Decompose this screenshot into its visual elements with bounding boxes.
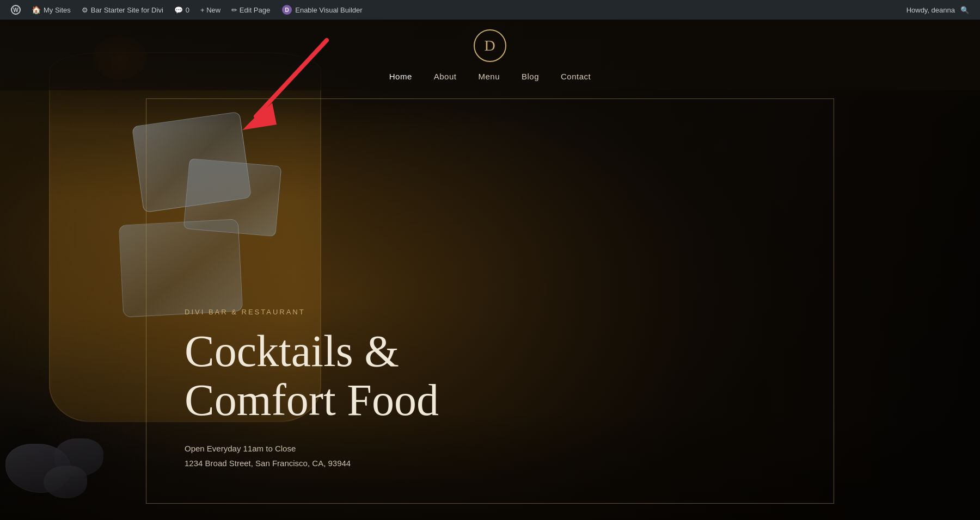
site-name-icon: ⚙ [82,6,88,14]
edit-page-label: ✏ Edit Page [231,6,270,14]
nav-contact[interactable]: Contact [561,72,591,81]
hero-content-box: DIVI BAR & RESTAURANT Cocktails & Comfor… [146,98,834,504]
nav-links: Home About Menu Blog Contact [389,72,591,81]
new-label: + New [200,6,220,14]
site-name-label: Bar Starter Site for Divi [91,6,163,14]
search-icon[interactable]: 🔍 [960,6,969,14]
hero-hours: Open Everyday 11am to Close [185,441,439,456]
nav-home[interactable]: Home [389,72,412,81]
howdy-label: Howdy, deanna [906,6,955,14]
hero-title: Cocktails & Comfort Food [185,327,439,425]
nav-about[interactable]: About [434,72,457,81]
hero-title-line2: Comfort Food [185,375,439,425]
my-sites-label: My Sites [44,6,71,14]
hero-text: DIVI BAR & RESTAURANT Cocktails & Comfor… [185,308,439,471]
comments-count: 0 [186,6,189,14]
comments-icon: 💬 [174,6,183,14]
wp-logo-icon: W [11,5,21,15]
enable-visual-builder-item[interactable]: D Enable Visual Builder [275,0,369,20]
edit-page-item[interactable]: ✏ Edit Page [226,0,275,20]
site-content: D Home About Menu Blog Contact DIVI BAR … [0,20,980,520]
admin-bar: W 🏠 My Sites ⚙ Bar Starter Site for Divi… [0,0,980,20]
enable-visual-builder-label: Enable Visual Builder [295,6,362,14]
nav-menu[interactable]: Menu [478,72,500,81]
site-nav: D Home About Menu Blog Contact [0,20,980,90]
nav-blog[interactable]: Blog [522,72,539,81]
admin-bar-right: Howdy, deanna 🔍 [901,6,975,14]
hero-info: Open Everyday 11am to Close 1234 Broad S… [185,441,439,471]
hero-title-line1: Cocktails & [185,326,399,376]
comments-item[interactable]: 💬 0 [169,0,195,20]
hero-subtitle: DIVI BAR & RESTAURANT [185,308,439,316]
divi-circle-icon: D [282,5,292,15]
hero-address: 1234 Broad Street, San Francisco, CA, 93… [185,456,439,471]
my-sites-icon: 🏠 [32,5,41,14]
site-logo: D [474,29,506,62]
my-sites-item[interactable]: 🏠 My Sites [26,0,76,20]
new-item[interactable]: + New [195,0,226,20]
site-name-item[interactable]: ⚙ Bar Starter Site for Divi [76,0,169,20]
wp-logo-item[interactable]: W [5,0,26,20]
